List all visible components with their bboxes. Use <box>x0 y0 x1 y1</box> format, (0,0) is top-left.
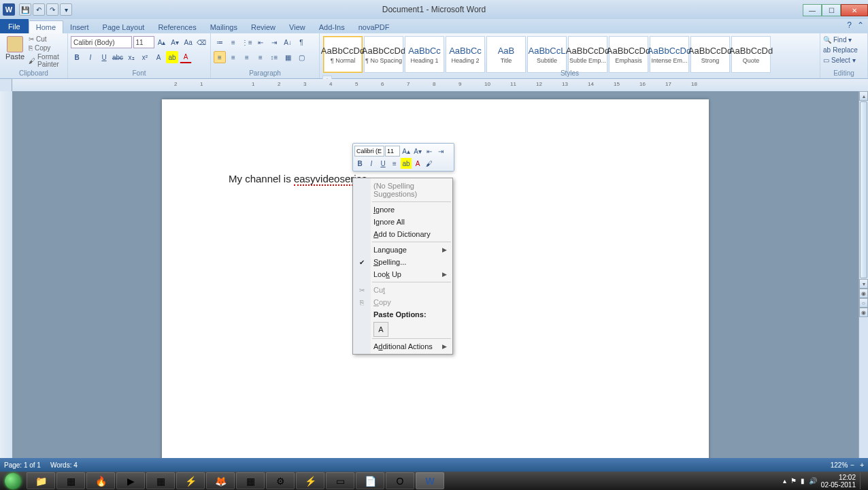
style-heading-2[interactable]: AaBbCcHeading 2 <box>446 36 485 73</box>
scroll-up-icon[interactable]: ▴ <box>859 91 868 101</box>
shading-icon[interactable]: ▦ <box>282 51 294 63</box>
highlight-color-icon[interactable]: ab <box>166 51 178 63</box>
superscript-button[interactable]: x² <box>139 51 151 63</box>
style-intense-em---[interactable]: AaBbCcDdIntense Em... <box>650 36 689 73</box>
select-button[interactable]: ▭ Select ▾ <box>823 55 865 65</box>
mini-center-icon[interactable]: ≡ <box>389 158 400 169</box>
taskbar-app6-icon[interactable]: ⚙ <box>266 472 295 489</box>
multilevel-icon[interactable]: ⋮≡ <box>241 36 253 48</box>
mini-italic-icon[interactable]: I <box>366 158 377 169</box>
mini-bold-icon[interactable]: B <box>354 158 365 169</box>
taskbar-firefox-icon[interactable]: 🦊 <box>206 472 235 489</box>
cm-language[interactable]: Language▶ <box>353 244 452 256</box>
scroll-down-icon[interactable]: ▾ <box>859 279 868 289</box>
taskbar-app1-icon[interactable]: 🔥 <box>86 472 115 489</box>
taskbar-word-icon[interactable]: W <box>416 472 444 489</box>
underline-button[interactable]: U <box>98 51 110 63</box>
find-button[interactable]: 🔍 Find ▾ <box>823 35 865 45</box>
tray-network-icon[interactable]: ▮ <box>801 477 805 485</box>
borders-icon[interactable]: ▢ <box>295 51 307 63</box>
vertical-ruler[interactable] <box>0 91 12 472</box>
clear-formatting-icon[interactable]: ⌫ <box>195 36 207 48</box>
taskbar-app3-icon[interactable]: ▦ <box>146 472 175 489</box>
paste-button[interactable]: Paste <box>3 35 27 69</box>
undo-icon[interactable]: ↶ <box>33 3 45 16</box>
mini-underline-icon[interactable]: U <box>378 158 388 169</box>
browse-object-icon[interactable]: ○ <box>859 298 868 308</box>
text-effects-icon[interactable]: A <box>152 51 165 63</box>
tab-review[interactable]: Review <box>244 21 282 33</box>
numbering-icon[interactable]: ≡ <box>227 36 239 48</box>
prev-page-icon[interactable]: ◉ <box>859 289 868 298</box>
horizontal-ruler[interactable]: 21123456789101112131415161718 <box>12 79 868 91</box>
cm-add-dictionary[interactable]: Add to Dictionary <box>353 228 452 240</box>
taskbar-app7-icon[interactable]: ⚡ <box>296 472 324 489</box>
close-button[interactable]: ✕ <box>841 4 868 16</box>
tab-mailings[interactable]: Mailings <box>203 21 244 33</box>
taskbar-app8-icon[interactable]: ▭ <box>326 472 354 489</box>
tab-insert[interactable]: Insert <box>63 21 96 33</box>
mini-grow-icon[interactable]: A▴ <box>401 146 412 157</box>
grow-font-icon[interactable]: A▴ <box>156 36 168 48</box>
align-center-icon[interactable]: ≡ <box>227 51 239 63</box>
tab-home[interactable]: Home <box>29 20 63 33</box>
format-painter-button[interactable]: 🖌 Format Painter <box>29 52 65 69</box>
style---normal[interactable]: AaBbCcDd¶ Normal <box>323 36 363 73</box>
align-right-icon[interactable]: ≡ <box>241 51 253 63</box>
cm-spelling[interactable]: ✔Spelling... <box>353 256 452 268</box>
cut-button[interactable]: ✂ Cut <box>29 35 65 44</box>
mini-font-color-icon[interactable]: A <box>412 158 423 169</box>
copy-button[interactable]: ⎘ Copy <box>29 44 65 52</box>
taskbar-app4-icon[interactable]: ⚡ <box>176 472 205 489</box>
bold-button[interactable]: B <box>71 51 83 63</box>
tray-expand-icon[interactable]: ▴ <box>783 477 786 485</box>
style-emphasis[interactable]: AaBbCcDdEmphasis <box>609 36 648 73</box>
help-icon[interactable]: ? <box>847 20 852 30</box>
tab-addins[interactable]: Add-Ins <box>312 21 352 33</box>
mini-inc-indent-icon[interactable]: ⇥ <box>435 146 446 157</box>
strikethrough-button[interactable]: abc <box>112 51 124 63</box>
cm-additional-actions[interactable]: Additional Actions▶ <box>353 340 452 353</box>
scroll-thumb[interactable] <box>860 101 867 278</box>
style-subtitle[interactable]: AaBbCcLSubtitle <box>527 36 567 73</box>
mini-highlight-icon[interactable]: ab <box>401 158 412 169</box>
tab-page-layout[interactable]: Page Layout <box>96 21 152 33</box>
replace-button[interactable]: ab Replace <box>823 45 865 55</box>
cm-ignore-all[interactable]: Ignore All <box>353 216 452 228</box>
mini-format-painter-icon[interactable]: 🖌 <box>424 158 435 169</box>
font-color-icon[interactable]: A <box>180 51 192 63</box>
shrink-font-icon[interactable]: A▾ <box>169 36 181 48</box>
taskbar-calc-icon[interactable]: ▦ <box>56 472 85 489</box>
style-heading-1[interactable]: AaBbCcHeading 1 <box>405 36 444 73</box>
qat-customize-icon[interactable]: ▾ <box>60 3 72 16</box>
vertical-scrollbar[interactable]: ▴ ▾ ◉ ○ ◉ <box>858 91 868 472</box>
style-strong[interactable]: AaBbCcDdStrong <box>690 36 730 73</box>
styles-gallery[interactable]: AaBbCcDd¶ NormalAaBbCcDd¶ No SpacingAaBb… <box>322 35 817 74</box>
line-spacing-icon[interactable]: ↕≡ <box>268 51 280 63</box>
cm-lookup[interactable]: Look Up▶ <box>353 268 452 280</box>
mini-font-combo[interactable]: Calibri (E <box>354 146 384 157</box>
status-page[interactable]: Page: 1 of 1 <box>4 461 41 469</box>
justify-icon[interactable]: ≡ <box>254 51 267 63</box>
style---no-spacing[interactable]: AaBbCcDd¶ No Spacing <box>364 36 403 73</box>
next-page-icon[interactable]: ◉ <box>859 308 868 317</box>
font-name-combo[interactable]: Calibri (Body) <box>71 36 132 48</box>
tray-flag-icon[interactable]: ⚑ <box>790 477 797 485</box>
bullets-icon[interactable]: ≔ <box>214 36 226 48</box>
show-desktop-button[interactable] <box>860 472 865 489</box>
redo-icon[interactable]: ↷ <box>46 3 59 16</box>
ribbon-minimize-icon[interactable]: ⌃ <box>857 20 864 30</box>
align-left-icon[interactable]: ≡ <box>214 51 226 63</box>
zoom-out-icon[interactable]: − <box>850 461 854 469</box>
tab-view[interactable]: View <box>282 21 312 33</box>
tab-novapdf[interactable]: novaPDF <box>352 21 397 33</box>
tray-clock[interactable]: 12:02 02-05-2011 <box>821 474 856 489</box>
sort-icon[interactable]: A↓ <box>282 36 294 48</box>
mini-shrink-icon[interactable]: A▾ <box>412 146 423 157</box>
style-subtle-emp---[interactable]: AaBbCcDdSubtle Emp... <box>568 36 607 73</box>
increase-indent-icon[interactable]: ⇥ <box>268 36 280 48</box>
taskbar-explorer-icon[interactable]: 📁 <box>27 472 55 489</box>
word-logo-icon[interactable]: W <box>3 3 15 16</box>
tab-references[interactable]: References <box>151 21 203 33</box>
start-button[interactable] <box>0 472 26 490</box>
